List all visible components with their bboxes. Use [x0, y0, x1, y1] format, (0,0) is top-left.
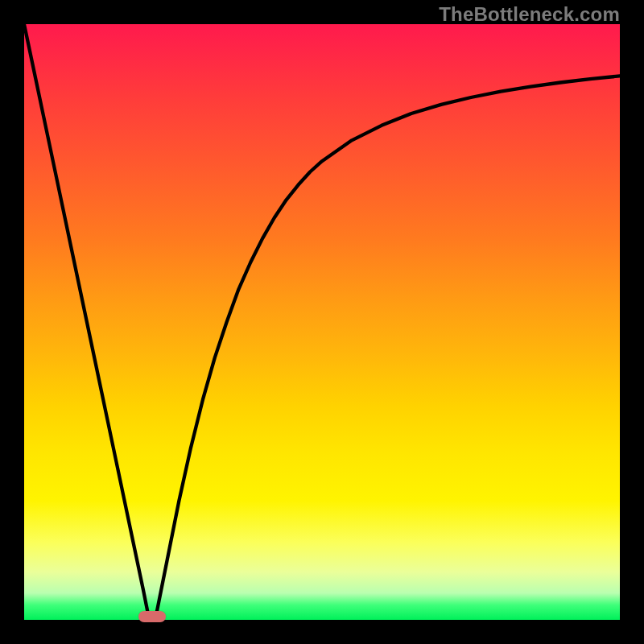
minimum-marker [138, 611, 166, 622]
chart-frame: TheBottleneck.com [0, 0, 644, 644]
bottleneck-curve-svg [24, 24, 620, 620]
plot-area [24, 24, 620, 620]
bottleneck-curve [24, 24, 620, 620]
attribution-text: TheBottleneck.com [439, 3, 620, 26]
